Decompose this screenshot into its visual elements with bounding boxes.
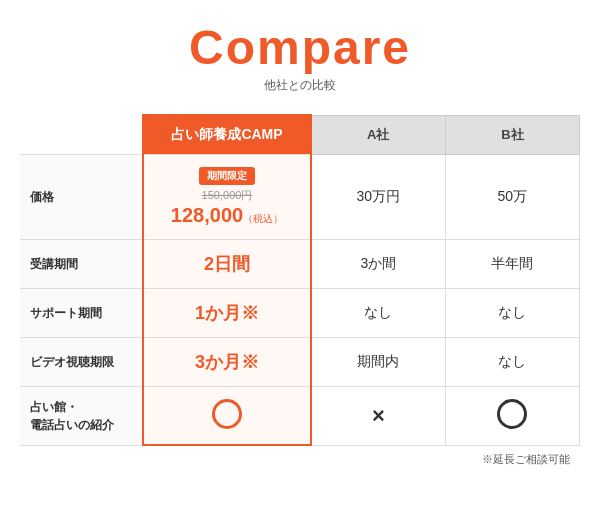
support-value: 1か月※: [195, 303, 259, 323]
duration-value: 2日間: [204, 254, 250, 274]
compare-table: 占い師養成CAMP A社 B社 価格 期間限定 150,000円 128,000…: [20, 114, 580, 446]
row-b-intro: [445, 387, 579, 446]
video-value: 3か月※: [195, 352, 259, 372]
page-title: Compare: [189, 20, 411, 75]
row-b-video: なし: [445, 338, 579, 387]
price-main: 128,000（税込）: [171, 203, 283, 227]
th-a: A社: [311, 115, 445, 155]
price-cell: 期間限定 150,000円 128,000（税込）: [152, 167, 302, 227]
th-main: 占い師養成CAMP: [143, 115, 311, 155]
cross-icon: ×: [372, 403, 385, 428]
table-row: 価格 期間限定 150,000円 128,000（税込） 30万円 50万: [20, 155, 580, 240]
row-label-support: サポート期間: [20, 289, 143, 338]
circle-orange-icon: [212, 399, 242, 429]
row-b-duration: 半年間: [445, 240, 579, 289]
row-label-duration: 受講期間: [20, 240, 143, 289]
circle-black-icon: [497, 399, 527, 429]
table-row: サポート期間 1か月※ なし なし: [20, 289, 580, 338]
row-main-price: 期間限定 150,000円 128,000（税込）: [143, 155, 311, 240]
row-label-video: ビデオ視聴期限: [20, 338, 143, 387]
th-b: B社: [445, 115, 579, 155]
footnote: ※延長ご相談可能: [482, 452, 580, 467]
row-a-intro: ×: [311, 387, 445, 446]
row-a-price: 30万円: [311, 155, 445, 240]
row-main-duration: 2日間: [143, 240, 311, 289]
row-a-support: なし: [311, 289, 445, 338]
table-row: 占い館・ 電話占いの紹介 ×: [20, 387, 580, 446]
row-a-video: 期間内: [311, 338, 445, 387]
table-row: 受講期間 2日間 3か間 半年間: [20, 240, 580, 289]
price-original: 150,000円: [202, 188, 253, 203]
row-label-intro: 占い館・ 電話占いの紹介: [20, 387, 143, 446]
row-b-support: なし: [445, 289, 579, 338]
table-row: ビデオ視聴期限 3か月※ 期間内 なし: [20, 338, 580, 387]
row-main-intro: [143, 387, 311, 446]
row-a-duration: 3か間: [311, 240, 445, 289]
row-main-support: 1か月※: [143, 289, 311, 338]
row-label-price: 価格: [20, 155, 143, 240]
row-b-price: 50万: [445, 155, 579, 240]
price-badge: 期間限定: [199, 167, 255, 185]
row-main-video: 3か月※: [143, 338, 311, 387]
th-label: [20, 115, 143, 155]
page-subtitle: 他社との比較: [264, 77, 336, 94]
